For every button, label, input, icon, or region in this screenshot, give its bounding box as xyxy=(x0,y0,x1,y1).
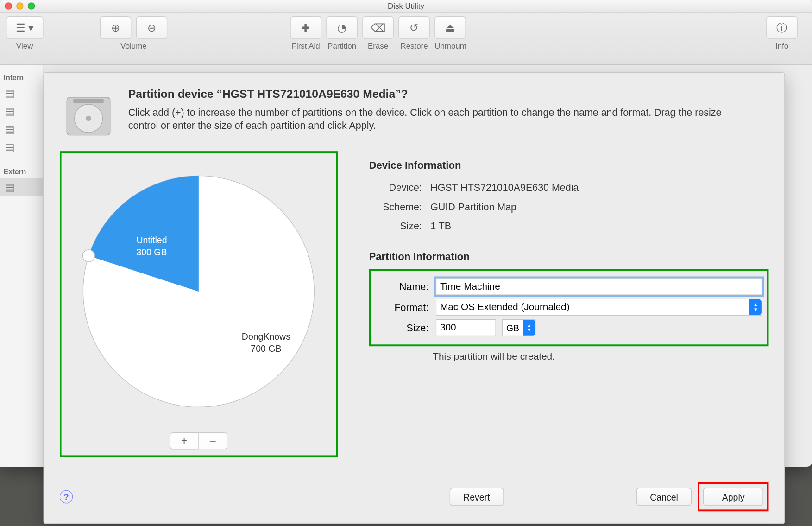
partition-info-heading: Partition Information xyxy=(369,251,769,263)
sidebar-icon: ☰ ▾ xyxy=(16,21,34,34)
svg-rect-3 xyxy=(73,99,103,103)
partition-sheet: Partition device “HGST HTS721010A9E630 M… xyxy=(44,72,785,524)
partition-button[interactable]: ◔ xyxy=(326,16,358,39)
size-unit-value: GB xyxy=(506,323,519,333)
slice-size: 300 GB xyxy=(136,247,167,257)
first-aid-label: First Aid xyxy=(292,42,320,51)
partition-pie-container: Untitled 300 GB DongKnows 700 GB + – xyxy=(60,151,338,457)
erase-button[interactable]: ⌫ xyxy=(362,16,394,39)
chevron-updown-icon: ▴▾ xyxy=(749,299,762,315)
sheet-description: Click add (+) to increase the number of … xyxy=(128,105,730,132)
stethoscope-icon: ✚ xyxy=(301,21,310,34)
apply-button[interactable]: Apply xyxy=(703,488,763,506)
format-value: Mac OS Extended (Journaled) xyxy=(440,302,570,312)
svg-point-2 xyxy=(86,116,91,121)
sheet-title: Partition device “HGST HTS721010A9E630 M… xyxy=(128,87,730,101)
volume-add-button[interactable]: ⊕ xyxy=(100,16,132,39)
drive-icon: ▤ xyxy=(5,181,15,194)
info-label: Info xyxy=(775,42,788,51)
info-icon: ⓘ xyxy=(776,20,787,35)
slice-size: 700 GB xyxy=(251,343,281,354)
sidebar-external-header: Extern xyxy=(0,164,43,178)
device-label: Device: xyxy=(369,177,422,197)
volume-remove-button[interactable]: ⊖ xyxy=(136,16,168,39)
partition-pie-chart[interactable]: Untitled 300 GB DongKnows 700 GB xyxy=(62,153,336,430)
close-window-button[interactable] xyxy=(5,2,12,10)
apply-highlight: Apply xyxy=(698,482,769,511)
size-value: 1 TB xyxy=(430,216,451,236)
info-button[interactable]: ⓘ xyxy=(766,16,798,39)
view-label: View xyxy=(16,42,33,51)
restore-label: Restore xyxy=(400,42,428,51)
partition-form: Name: Format: Mac OS Extended (Journaled… xyxy=(369,269,769,346)
sidebar-item-external-disk[interactable]: ▤ xyxy=(0,178,43,196)
help-button[interactable]: ? xyxy=(60,490,73,504)
restore-button[interactable]: ↺ xyxy=(398,16,430,39)
pie-icon: ◔ xyxy=(337,21,347,34)
scheme-value: GUID Partition Map xyxy=(430,197,516,216)
first-aid-button[interactable]: ✚ xyxy=(290,16,321,39)
sidebar-item-internal-disk[interactable]: ▤ xyxy=(0,84,43,102)
revert-button[interactable]: Revert xyxy=(449,488,504,506)
drive-icon: ▤ xyxy=(5,141,15,154)
drive-icon: ▤ xyxy=(5,123,15,136)
size-field-label: Size: xyxy=(371,322,428,334)
titlebar: Disk Utility xyxy=(0,0,812,13)
format-label: Format: xyxy=(371,301,428,313)
erase-icon: ⌫ xyxy=(371,21,385,34)
sidebar-item-internal-disk[interactable]: ▤ xyxy=(0,139,43,157)
cancel-button[interactable]: Cancel xyxy=(636,488,692,506)
slice-label: DongKnows xyxy=(242,331,290,342)
sidebar-internal-header: Intern xyxy=(0,70,43,84)
eject-icon: ⏏ xyxy=(445,21,455,34)
volume-add-icon: ⊕ xyxy=(111,21,120,34)
name-label: Name: xyxy=(371,281,428,292)
chevron-updown-icon: ▴▾ xyxy=(523,320,535,336)
zoom-window-button[interactable] xyxy=(28,2,35,10)
device-value: HGST HTS721010A9E630 Media xyxy=(430,177,579,197)
restore-icon: ↺ xyxy=(409,21,418,34)
toolbar: ☰ ▾ View ⊕ ⊖ Volume ✚First Aid ◔Partitio… xyxy=(0,13,812,65)
window-title: Disk Utility xyxy=(0,0,812,13)
partition-size-input[interactable] xyxy=(436,319,496,336)
partition-label: Partition xyxy=(327,42,356,51)
volume-remove-icon: ⊖ xyxy=(147,21,156,34)
sidebar-item-internal-disk[interactable]: ▤ xyxy=(0,120,43,139)
slice-label: Untitled xyxy=(136,235,167,245)
sidebar: Intern ▤ ▤ ▤ ▤ Extern ▤ xyxy=(0,65,44,467)
add-partition-button[interactable]: + xyxy=(170,432,198,449)
volume-label: Volume xyxy=(120,42,146,51)
hard-drive-icon xyxy=(60,87,118,145)
format-select[interactable]: Mac OS Extended (Journaled) ▴▾ xyxy=(436,299,762,316)
scheme-label: Scheme: xyxy=(369,197,422,216)
unmount-label: Unmount xyxy=(434,42,466,51)
sidebar-item-internal-disk[interactable]: ▤ xyxy=(0,102,43,120)
size-label: Size: xyxy=(369,216,422,236)
drive-icon: ▤ xyxy=(5,87,15,100)
resize-handle[interactable] xyxy=(83,250,95,262)
minimize-window-button[interactable] xyxy=(16,2,24,10)
partition-name-input[interactable] xyxy=(436,278,762,295)
drive-icon: ▤ xyxy=(5,105,15,118)
device-info-heading: Device Information xyxy=(369,159,769,171)
erase-label: Erase xyxy=(368,42,388,51)
partition-hint: This partition will be created. xyxy=(433,351,768,362)
view-button[interactable]: ☰ ▾ xyxy=(6,16,44,39)
size-unit-select[interactable]: GB ▴▾ xyxy=(502,319,536,336)
remove-partition-button[interactable]: – xyxy=(199,432,227,449)
disk-utility-window: Disk Utility ☰ ▾ View ⊕ ⊖ Volume ✚First … xyxy=(0,0,812,467)
unmount-button[interactable]: ⏏ xyxy=(435,16,466,39)
